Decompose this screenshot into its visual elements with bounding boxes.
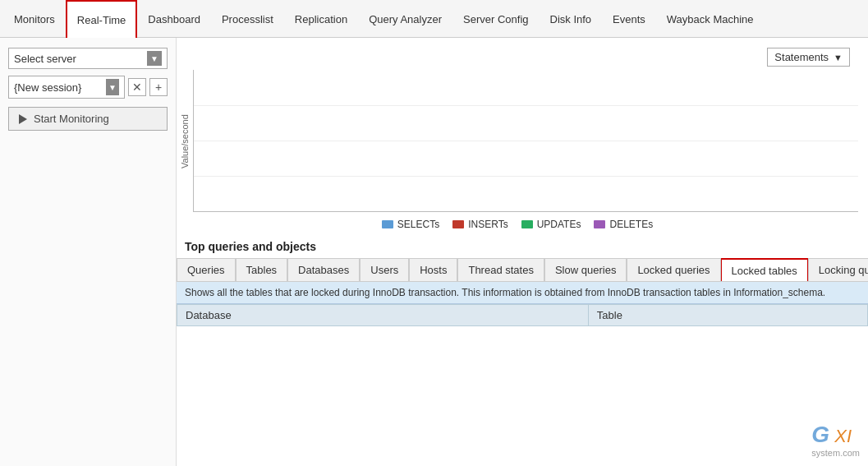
tab-users[interactable]: Users [360, 258, 409, 282]
main-content: Select server ▼ {New session} ▼ ✕ + Star… [0, 38, 868, 466]
watermark-g: G [811, 422, 829, 447]
nav-item-dashboard[interactable]: Dashboard [137, 0, 211, 38]
select-server-dropdown[interactable]: Select server ▼ [8, 48, 168, 69]
tab-locked-queries[interactable]: Locked queries [627, 258, 720, 282]
table-header-row: DatabaseTable [177, 305, 868, 326]
nav-item-processlist[interactable]: Processlist [211, 0, 284, 38]
table-container: DatabaseTable [177, 304, 868, 466]
session-row: {New session} ▼ ✕ + [8, 76, 168, 99]
tab-queries[interactable]: Queries [177, 258, 236, 282]
legend-dot [382, 220, 393, 228]
legend-item-selects: SELECTs [382, 219, 439, 230]
tab-tables[interactable]: Tables [236, 258, 288, 282]
chart-grid-line-2 [194, 141, 858, 141]
col-database: Database [177, 305, 589, 326]
play-icon [19, 114, 27, 124]
select-server-row: Select server ▼ [8, 48, 168, 69]
chart-area: Statements ▼ Value/second SELECTsINSERTs… [177, 38, 868, 235]
statements-label: Statements [774, 51, 829, 63]
nav-item-serverconfig[interactable]: Server Config [452, 0, 539, 38]
info-bar: Shows all the tables that are locked dur… [177, 282, 868, 304]
legend-dot [521, 220, 533, 228]
legend-item-updates: UPDATEs [521, 219, 581, 230]
nav-item-queryanalyzer[interactable]: Query Analyzer [358, 0, 452, 38]
nav-item-monitors[interactable]: Monitors [3, 0, 66, 38]
select-server-label: Select server [14, 53, 144, 65]
col-table: Table [588, 305, 867, 326]
statements-arrow-icon: ▼ [834, 53, 843, 62]
statements-dropdown[interactable]: Statements ▼ [767, 48, 850, 67]
chart-container [193, 70, 858, 212]
top-queries-title: Top queries and objects [177, 235, 868, 258]
legend-item-deletes: DELETEs [594, 219, 653, 230]
session-box: {New session} ▼ [8, 76, 125, 99]
top-queries-section: Top queries and objects QueriesTablesDat… [177, 235, 868, 466]
nav-item-waybackmachine[interactable]: Wayback Machine [656, 0, 765, 38]
start-monitoring-label: Start Monitoring [34, 113, 109, 125]
chart-grid-line-1 [194, 105, 858, 106]
watermark-xi: XI [829, 426, 852, 446]
nav-item-events[interactable]: Events [602, 0, 656, 38]
data-table: DatabaseTable [177, 304, 868, 326]
tab-locking-queries[interactable]: Locking queries [808, 258, 868, 282]
chart-grid-line-3 [194, 176, 858, 177]
chart-with-axis: Value/second [177, 70, 858, 214]
left-panel: Select server ▼ {New session} ▼ ✕ + Star… [0, 38, 177, 466]
legend-item-inserts: INSERTs [452, 219, 507, 230]
tab-slow-queries[interactable]: Slow queries [544, 258, 627, 282]
session-dropdown-icon[interactable]: ▼ [106, 79, 119, 95]
y-axis-label: Value/second [177, 70, 193, 214]
session-label: {New session} [14, 81, 106, 94]
watermark-url: system.com [811, 448, 860, 458]
top-navigation: MonitorsReal-TimeDashboardProcesslistRep… [0, 0, 868, 38]
legend-dot [594, 220, 605, 228]
right-panel: Statements ▼ Value/second SELECTsINSERTs… [177, 38, 868, 466]
chart-legend: SELECTsINSERTsUPDATEsDELETEs [177, 214, 858, 235]
session-close-button[interactable]: ✕ [128, 78, 146, 96]
legend-dot [452, 220, 464, 228]
nav-item-diskinfo[interactable]: Disk Info [540, 0, 603, 38]
tab-databases[interactable]: Databases [287, 258, 360, 282]
session-add-button[interactable]: + [149, 78, 168, 96]
nav-item-realtime[interactable]: Real-Time [66, 0, 137, 38]
watermark: G XI system.com [811, 422, 860, 458]
tab-hosts[interactable]: Hosts [409, 258, 457, 282]
select-server-arrow-icon: ▼ [147, 51, 162, 66]
tab-thread-states[interactable]: Thread states [457, 258, 544, 282]
start-monitoring-button[interactable]: Start Monitoring [8, 107, 168, 131]
tab-locked-tables[interactable]: Locked tables [721, 258, 808, 282]
tabs-row: QueriesTablesDatabasesUsersHostsThread s… [177, 258, 868, 282]
statements-row: Statements ▼ [177, 44, 858, 70]
nav-item-replication[interactable]: Replication [284, 0, 358, 38]
